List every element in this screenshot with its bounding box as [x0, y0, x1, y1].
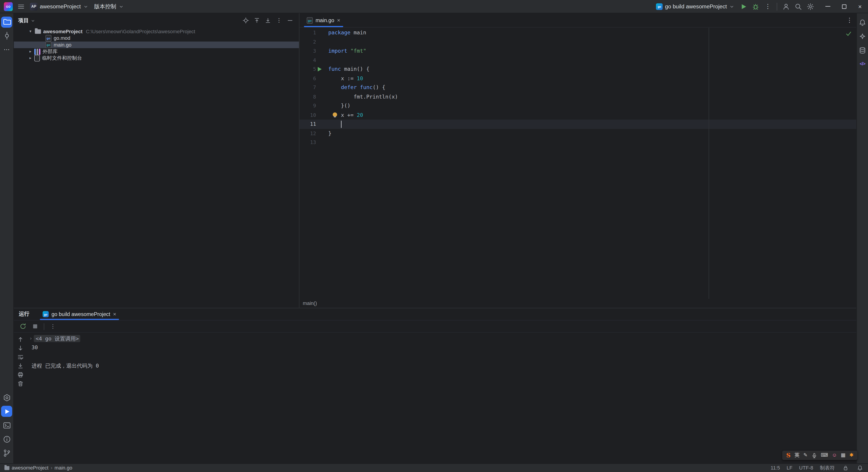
tab-options-icon[interactable]: ⋮: [846, 17, 852, 23]
tool-stripe-database-button[interactable]: [857, 44, 868, 56]
next-occurrence-button[interactable]: [16, 344, 25, 352]
caret-position-widget[interactable]: 11:5: [771, 465, 780, 470]
soft-wrap-button[interactable]: [16, 353, 25, 361]
tool-stripe-problems-button[interactable]: [1, 434, 12, 445]
gutter-line[interactable]: 7: [300, 83, 328, 92]
tool-stripe-git-button[interactable]: [1, 447, 12, 459]
code-line[interactable]: [328, 138, 856, 147]
tool-stripe-endpoints-button[interactable]: </>: [857, 58, 868, 69]
chevron-right-icon[interactable]: ▸: [28, 49, 33, 54]
handwriting-icon[interactable]: ✎: [803, 453, 807, 458]
tool-stripe-terminal-button[interactable]: [1, 420, 12, 431]
tool-stripe-services-button[interactable]: [1, 392, 12, 403]
locate-file-button[interactable]: [241, 16, 250, 25]
code-line[interactable]: x := 10: [328, 74, 856, 83]
gutter-line[interactable]: 1: [300, 28, 328, 37]
code-line[interactable]: package main: [328, 28, 856, 37]
tool-stripe-notifications-button[interactable]: [857, 17, 868, 28]
code-line[interactable]: x += 20: [328, 111, 856, 120]
tool-stripe-run-button[interactable]: [1, 406, 12, 417]
code-line[interactable]: [328, 56, 856, 65]
gutter-line[interactable]: 13: [300, 138, 328, 147]
tree-item-go.mod[interactable]: gogo.mod: [14, 35, 299, 41]
clear-all-button[interactable]: [16, 379, 25, 388]
gutter-line[interactable]: 2: [300, 37, 328, 46]
fold-arrow-icon[interactable]: ›: [29, 334, 32, 343]
encoding-widget[interactable]: UTF-8: [799, 465, 813, 470]
hide-panel-button[interactable]: [286, 16, 294, 25]
indent-widget[interactable]: 制表符: [820, 464, 835, 472]
status-breadcrumb-project[interactable]: awesomeProject: [11, 465, 49, 470]
gutter-line[interactable]: 11: [300, 120, 328, 129]
run-config-selector[interactable]: go go build awesomeProject: [653, 1, 737, 12]
line-separator-widget[interactable]: LF: [786, 465, 793, 470]
collapse-all-button[interactable]: [252, 16, 261, 25]
debug-button[interactable]: [749, 1, 762, 12]
more-actions-button[interactable]: ⋮: [762, 1, 774, 12]
gutter-line[interactable]: 6: [300, 74, 328, 83]
gutter-line[interactable]: 12: [300, 129, 328, 138]
readonly-toggle[interactable]: [841, 464, 849, 472]
tree-item-awesomeProject[interactable]: ▾awesomeProjectC:\Users\meowr\GolandProj…: [14, 28, 299, 35]
code-line[interactable]: }(): [328, 101, 856, 110]
search-everywhere-button[interactable]: [792, 1, 804, 12]
panel-options-button[interactable]: ⋮: [275, 16, 283, 25]
user-account-button[interactable]: [780, 1, 792, 12]
gutter-line[interactable]: 8: [300, 92, 328, 101]
close-button[interactable]: ×: [852, 0, 868, 13]
minimize-button[interactable]: [820, 0, 836, 13]
breadcrumb-item[interactable]: main(): [303, 301, 317, 306]
tool-stripe-commit-button[interactable]: [1, 30, 12, 41]
microphone-icon[interactable]: [811, 452, 817, 458]
maximize-button[interactable]: [836, 0, 852, 13]
ime-language-indicator[interactable]: 英: [795, 452, 800, 459]
run-tab-go-build[interactable]: go go build awesomeProject ×: [38, 308, 121, 320]
sogou-logo-icon[interactable]: S: [786, 452, 790, 459]
tool-stripe-more-button[interactable]: ⋯: [1, 44, 12, 55]
gutter-line[interactable]: 3: [300, 46, 328, 56]
toolbox-icon[interactable]: ▦: [841, 453, 846, 458]
inspections-widget[interactable]: [844, 30, 853, 37]
vcs-widget[interactable]: 版本控制: [91, 1, 127, 12]
close-tab-icon[interactable]: ×: [337, 18, 340, 23]
project-widget[interactable]: AP awesomeProject: [27, 1, 91, 12]
run-button[interactable]: [737, 1, 749, 12]
notifications-button[interactable]: [856, 464, 864, 472]
prev-occurrence-button[interactable]: [16, 335, 25, 343]
tree-item-临时文件和控制台[interactable]: ▸临时文件和控制台: [14, 55, 299, 61]
close-tab-icon[interactable]: ×: [113, 312, 116, 317]
emoji-icon[interactable]: ☺: [832, 453, 837, 458]
gutter-line[interactable]: 9: [300, 101, 328, 110]
status-breadcrumb-file[interactable]: main.go: [55, 465, 72, 470]
run-gutter-icon[interactable]: [318, 67, 322, 72]
rerun-button[interactable]: [18, 322, 28, 331]
code-line[interactable]: fmt.Println(x): [328, 92, 856, 101]
settings-button[interactable]: [804, 1, 816, 12]
code-editor[interactable]: 12345678910111213 package main import "f…: [300, 28, 857, 299]
gutter-line[interactable]: 5: [300, 65, 328, 74]
keyboard-icon[interactable]: ⌨: [821, 453, 828, 458]
editor-tab-main-go[interactable]: go main.go ×: [302, 13, 345, 27]
console-folded-region[interactable]: <4 go 设置调用>: [34, 335, 81, 342]
tree-item-main.go[interactable]: gomain.go: [14, 41, 299, 48]
code-line[interactable]: import "fmt": [328, 46, 856, 56]
code-line[interactable]: [328, 37, 856, 46]
code-line[interactable]: }: [328, 129, 856, 138]
stop-button[interactable]: [31, 322, 40, 331]
gutter-line[interactable]: 4: [300, 56, 328, 65]
code-line[interactable]: defer func() {: [328, 83, 856, 92]
chevron-down-icon[interactable]: ▾: [28, 29, 33, 34]
main-menu-button[interactable]: [15, 1, 27, 12]
tree-item-外部库[interactable]: ▸外部库: [14, 48, 299, 55]
expand-all-button[interactable]: [264, 16, 272, 25]
tool-stripe-project-button[interactable]: [1, 16, 12, 27]
tool-stripe-ai-button[interactable]: [857, 31, 868, 42]
project-panel-title[interactable]: 项目: [18, 17, 35, 24]
code-line[interactable]: [328, 120, 856, 129]
console-more-button[interactable]: ⋮: [48, 322, 58, 331]
chevron-right-icon[interactable]: ▸: [28, 56, 33, 60]
gutter-line[interactable]: 10: [300, 111, 328, 120]
scroll-to-end-button[interactable]: [16, 361, 25, 370]
skin-icon[interactable]: ✱: [849, 453, 854, 458]
print-button[interactable]: [16, 370, 25, 379]
